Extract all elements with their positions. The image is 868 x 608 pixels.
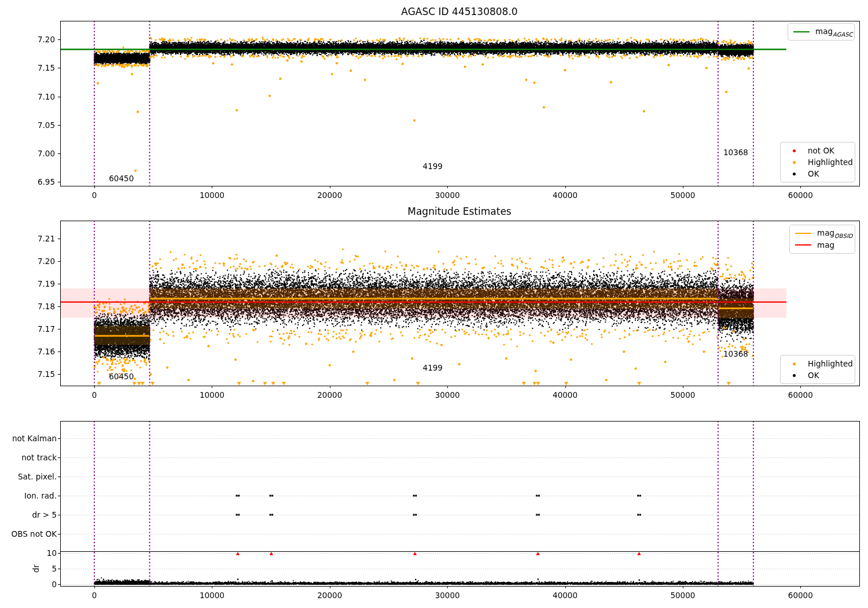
- y-tick-label: 7.00: [20, 149, 55, 158]
- x-tick-label: 40000: [553, 390, 578, 400]
- x-tick-label: 20000: [317, 191, 342, 200]
- x-tick-label: 50000: [670, 191, 695, 200]
- flag-row-label: not Kalman: [0, 434, 57, 443]
- y-tick-label: 7.20: [20, 35, 55, 44]
- legend-dot-swatch: [785, 173, 803, 175]
- dot-swatch-icon: [793, 161, 796, 164]
- obsid-annotation: 4199: [423, 162, 443, 171]
- obsid-annotation: 60450: [109, 372, 134, 381]
- legend-item-label: OK: [808, 371, 819, 380]
- legend-item-label: Highlighted: [808, 359, 853, 368]
- y-tick-label: 7.21: [20, 234, 55, 243]
- y-tick-label: 7.17: [20, 324, 55, 334]
- legend-line-swatch: [795, 244, 812, 246]
- x-tick-label: 10000: [200, 191, 225, 200]
- line-swatch-icon: [795, 244, 811, 246]
- legend-lower-right: not OKHighlightedOK: [780, 142, 855, 182]
- y-tick-label: 7.15: [20, 63, 55, 72]
- y-tick-label: 7.10: [20, 92, 55, 101]
- legend-item-label: magOBSID: [817, 228, 853, 239]
- dot-swatch-icon: [793, 173, 796, 175]
- obsid-annotation: 10368: [723, 349, 748, 358]
- x-tick-label: 60000: [788, 191, 813, 200]
- x-tick-label: 60000: [788, 591, 813, 600]
- y-tick-label: 7.18: [20, 302, 55, 311]
- x-tick-label: 40000: [553, 191, 578, 200]
- x-tick-label: 50000: [670, 591, 695, 600]
- y-tick-label: 7.19: [20, 279, 55, 288]
- flag-row-label: Ion. rad.: [0, 491, 57, 500]
- plots-canvas: [0, 0, 868, 608]
- legend-lower-right: HighlightedOK: [780, 355, 855, 384]
- line-swatch-icon: [795, 233, 811, 234]
- legend-upper-right: magAGASC: [788, 23, 855, 41]
- x-tick-label: 0: [92, 390, 97, 400]
- x-tick-label: 40000: [553, 591, 578, 600]
- legend-item-label: OK: [808, 169, 819, 178]
- dot-swatch-icon: [793, 362, 796, 365]
- y-tick-label: 7.16: [20, 347, 55, 356]
- obsid-annotation: 10368: [723, 148, 748, 157]
- legend-item: magOBSID: [795, 228, 850, 239]
- dr-tick-label: 5: [0, 564, 57, 573]
- y-tick-label: 7.20: [20, 257, 55, 266]
- legend-item: OK: [785, 168, 850, 180]
- dot-swatch-icon: [793, 374, 796, 377]
- x-tick-label: 50000: [670, 390, 695, 400]
- chart2-title: Magnitude Estimates: [407, 206, 511, 217]
- legend-item-label: Highlighted: [808, 158, 853, 167]
- legend-line-swatch: [795, 233, 812, 234]
- x-tick-label: 30000: [435, 390, 460, 400]
- flag-row-label: Sat. pixel.: [0, 472, 57, 481]
- flag-row-label: dr > 5: [0, 510, 57, 519]
- legend-item-label: not OK: [808, 146, 834, 155]
- legend-item: mag: [795, 239, 850, 251]
- x-tick-label: 10000: [200, 390, 225, 400]
- line-swatch-icon: [793, 31, 810, 32]
- legend-upper-right: magOBSIDmag: [789, 225, 855, 254]
- legend-item: Highlighted: [785, 156, 850, 168]
- x-tick-label: 0: [92, 191, 97, 200]
- legend-dot-swatch: [785, 362, 803, 365]
- dot-swatch-icon: [793, 149, 796, 152]
- x-tick-label: 60000: [788, 390, 813, 400]
- flag-row-label: not track: [0, 453, 57, 462]
- legend-dot-swatch: [785, 161, 803, 164]
- dr-axis-label: dr: [31, 565, 41, 573]
- y-tick-label: 6.95: [20, 177, 55, 186]
- x-tick-label: 10000: [200, 591, 225, 600]
- legend-item-label: magAGASC: [815, 27, 853, 38]
- legend-item: OK: [785, 369, 850, 381]
- legend-item: Highlighted: [785, 358, 850, 369]
- x-tick-label: 20000: [317, 390, 342, 400]
- x-tick-label: 30000: [435, 191, 460, 200]
- x-tick-label: 0: [92, 591, 97, 600]
- dr-tick-label: 0: [0, 580, 57, 589]
- legend-item-label: mag: [817, 240, 834, 250]
- legend-dot-swatch: [785, 374, 803, 377]
- legend-line-swatch: [793, 31, 810, 32]
- chart1-title: AGASC ID 445130808.0: [401, 6, 517, 17]
- x-tick-label: 20000: [317, 591, 342, 600]
- legend-item: not OK: [785, 145, 850, 156]
- y-tick-label: 7.15: [20, 369, 55, 379]
- figure: AGASC ID 445130808.0 Magnitude Estimates…: [0, 0, 868, 608]
- legend-item: magAGASC: [793, 26, 849, 38]
- y-tick-label: 7.05: [20, 120, 55, 130]
- x-tick-label: 30000: [435, 591, 460, 600]
- flag-row-label: OBS not OK: [0, 529, 57, 539]
- obsid-annotation: 4199: [423, 363, 443, 372]
- dr-tick-label: 10: [0, 548, 57, 558]
- obsid-annotation: 60450: [109, 174, 134, 183]
- legend-dot-swatch: [785, 149, 803, 152]
